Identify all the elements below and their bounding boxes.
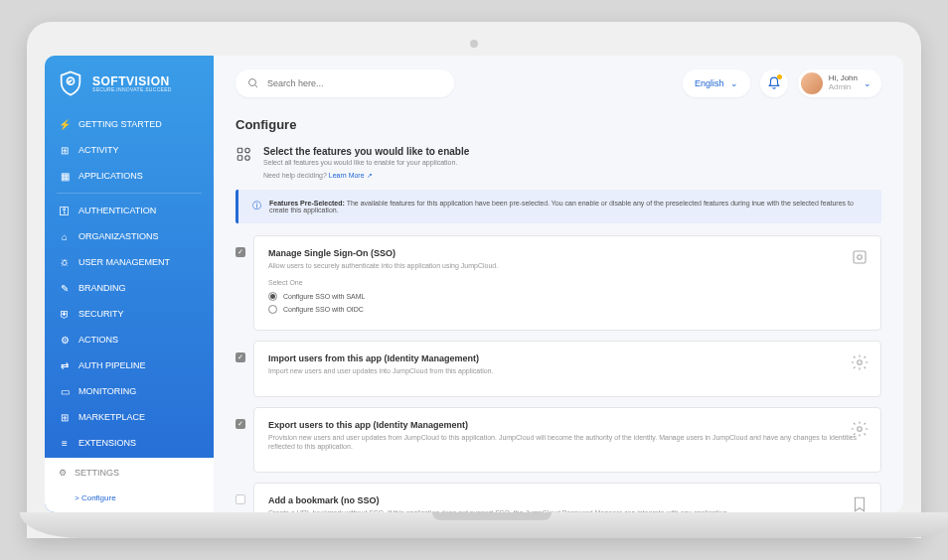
nav-divider (57, 193, 202, 194)
topbar: English ⌄ Hi, John Admin ⌄ (214, 56, 903, 107)
feature-icon (851, 420, 869, 438)
feature-checkbox[interactable] (236, 494, 245, 504)
svg-rect-6 (854, 251, 866, 263)
sidebar-item-getting-started[interactable]: ⚡GETTING STARTED (45, 111, 214, 137)
radio-dot (268, 305, 277, 314)
search-box[interactable] (236, 70, 454, 97)
nav-icon: ▭ (59, 385, 71, 397)
nav-icon: ⚡ (59, 118, 71, 130)
sidebar-item-authentication[interactable]: ⚿AUTHENTICATION (45, 198, 214, 223)
user-role: Admin (829, 83, 858, 92)
info-banner: ⓘ Features Pre-Selected: The available f… (236, 190, 881, 223)
sidebar-item-organizastions[interactable]: ⌂ORGANIZASTIONS (45, 223, 214, 249)
feature-checkbox[interactable]: ✓ (236, 419, 245, 429)
language-selector[interactable]: English ⌄ (683, 70, 750, 97)
radio-option[interactable]: Configure SSO with OIDC (268, 305, 867, 314)
nav-label: ACTIONS (79, 335, 118, 345)
intro-title: Select the features you would like to en… (263, 146, 469, 157)
nav-icon: ⌂ (59, 230, 71, 242)
nav-icon: ⊞ (59, 144, 71, 156)
feature-desc: Provision new users and user updates fro… (268, 433, 867, 453)
page-title: Configure (236, 117, 881, 132)
laptop-camera (470, 40, 478, 48)
nav-label: BRANDING (79, 283, 126, 293)
nav-icon: ⊞ (59, 411, 71, 423)
sidebar-item-branding[interactable]: ✎BRANDING (45, 275, 214, 301)
svg-point-1 (249, 79, 256, 86)
nav-icon: ≡ (59, 437, 71, 449)
nav-label: MONITORING (79, 386, 136, 396)
sidebar-item-activity[interactable]: ⊞ACTIVITY (45, 137, 214, 163)
svg-point-9 (858, 426, 863, 431)
feature-icon (851, 495, 869, 512)
nav-label: ACTIVITY (79, 145, 119, 155)
feature-title: Import users from this app (Identity Man… (268, 353, 867, 363)
sidebar-item-actions[interactable]: ⚙ACTIONS (45, 327, 214, 352)
laptop-base (20, 512, 948, 538)
feature-card: Import users from this app (Identity Man… (253, 341, 881, 397)
sidebar-item-settings[interactable]: ⚙ SETTINGS (45, 458, 214, 488)
feature-icon (851, 248, 869, 266)
settings-label: SETTINGS (75, 468, 119, 478)
nav-icon: ▦ (59, 170, 71, 182)
nav-label: ORGANIZASTIONS (79, 231, 159, 241)
option-label: Select One (268, 279, 867, 286)
sidebar-item-user-management[interactable]: ⛭USER MANAGEMENT (45, 249, 214, 275)
sidebar-item-extensions[interactable]: ≡EXTENSIONS (45, 430, 214, 456)
nav-icon: ⚙ (59, 334, 71, 346)
sidebar-item-applications[interactable]: ▦APPLICATIONS (45, 163, 214, 189)
intro-subtitle: Select all features you would like to en… (263, 159, 469, 166)
nav-icon: ⇄ (59, 359, 71, 371)
chevron-down-icon: ⌄ (864, 78, 871, 88)
nav-label: MARKETPLACE (79, 412, 145, 422)
bell-icon (767, 76, 781, 90)
sidebar-sub-configure[interactable]: Configure (45, 488, 214, 512)
radio-dot (268, 292, 277, 301)
feature-desc: Allow users to securely authenticate int… (268, 261, 867, 271)
sidebar: SOFTVISION SECURE.INNOVATE.SUCCEED ⚡GETT… (45, 56, 214, 512)
nav-icon: ✎ (59, 282, 71, 294)
link-icon: ⚙ (59, 468, 67, 478)
help-text: Need help deciding? Learn More ↗ (263, 172, 881, 180)
svg-rect-3 (237, 156, 242, 161)
feature-checkbox[interactable]: ✓ (236, 247, 245, 257)
feature-title: Manage Single Sign-On (SSO) (268, 248, 867, 258)
feature-title: Add a bookmark (no SSO) (268, 495, 867, 505)
feature-card: Add a bookmark (no SSO)Create a URL book… (253, 483, 881, 512)
user-menu[interactable]: Hi, John Admin ⌄ (798, 70, 881, 97)
brand-logo[interactable]: SOFTVISION SECURE.INNOVATE.SUCCEED (45, 56, 214, 111)
search-input[interactable] (267, 78, 442, 88)
feature-card: Export users to this app (Identity Manag… (253, 407, 881, 474)
search-icon (247, 77, 259, 89)
sidebar-item-monitoring[interactable]: ▭MONITORING (45, 378, 214, 404)
sidebar-item-security[interactable]: ⛨SECURITY (45, 301, 214, 327)
feature-icon (851, 353, 869, 371)
nav-label: AUTHENTICATION (79, 206, 156, 215)
nav-label: SECURITY (79, 309, 124, 319)
feature-checkbox[interactable]: ✓ (236, 352, 245, 362)
feature-card: Manage Single Sign-On (SSO)Allow users t… (253, 235, 881, 331)
nav-icon: ⛨ (59, 308, 71, 320)
feature-title: Export users to this app (Identity Manag… (268, 420, 867, 430)
svg-point-5 (245, 156, 250, 161)
info-icon: ⓘ (252, 200, 261, 212)
nav-label: AUTH PIPELINE (79, 360, 146, 370)
nav-label: GETTING STARTED (79, 119, 162, 129)
sidebar-item-auth-pipeline[interactable]: ⇄AUTH PIPELINE (45, 352, 214, 378)
nav-icon: ⚿ (59, 205, 71, 216)
svg-point-4 (245, 148, 250, 153)
nav-label: APPLICATIONS (79, 171, 143, 181)
learn-more-link[interactable]: Learn More ↗ (329, 172, 373, 179)
svg-point-7 (858, 255, 863, 260)
sidebar-item-marketplace[interactable]: ⊞MARKETPLACE (45, 404, 214, 430)
notifications-button[interactable] (760, 70, 788, 97)
radio-option[interactable]: Configure SSO with SAML (268, 292, 867, 301)
nav-label: USER MANAGEMENT (79, 257, 170, 267)
shield-logo-icon (57, 70, 84, 97)
svg-point-8 (858, 360, 863, 365)
features-icon (236, 146, 253, 164)
nav-label: EXTENSIONS (79, 438, 136, 448)
svg-rect-2 (237, 148, 242, 153)
brand-name: SOFTVISION (92, 75, 172, 87)
avatar (801, 72, 823, 94)
